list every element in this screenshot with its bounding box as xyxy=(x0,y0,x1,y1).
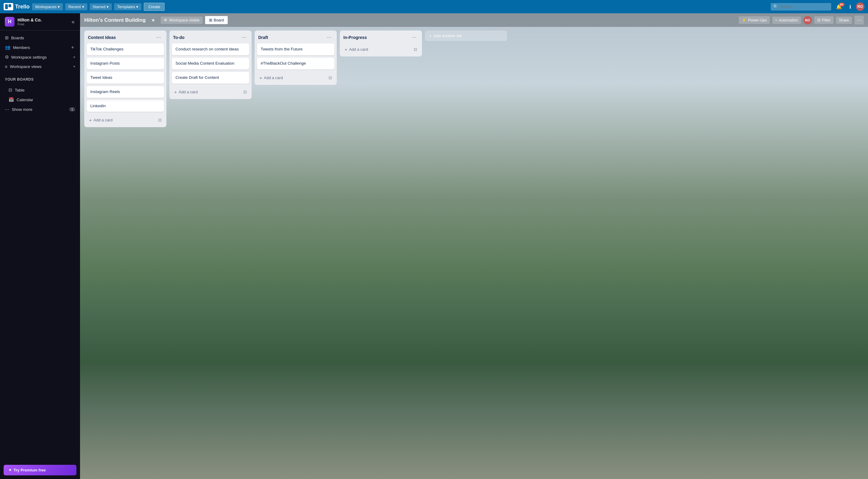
list-menu-button[interactable]: ··· xyxy=(325,34,333,41)
eye-icon: 👁 xyxy=(164,18,167,22)
list-header: To-do ··· xyxy=(169,31,252,43)
list-cards: Tweets from the Future #TheBlackOut Chal… xyxy=(255,43,337,72)
recent-menu[interactable]: Recent ▾ xyxy=(65,3,87,10)
logo-icon xyxy=(4,3,13,10)
list-content-ideas: Content Ideas ··· TikTok Challenges Inst… xyxy=(84,31,166,127)
sidebar-item-workspace-settings[interactable]: ⚙ Workspace settings ▾ xyxy=(0,52,80,62)
user-avatar[interactable]: RO xyxy=(856,2,864,11)
list-footer: + Add a card ⊡ xyxy=(340,43,422,57)
add-card-button[interactable]: + Add a card ⊡ xyxy=(342,45,420,54)
sidebar-item-show-more[interactable]: ⋯ Show more 1 xyxy=(0,104,80,114)
list-title: In-Progress xyxy=(343,35,410,40)
board-content: Content Ideas ··· TikTok Challenges Inst… xyxy=(80,27,868,479)
search-wrapper: 🔍 xyxy=(771,3,831,10)
list-menu-button[interactable]: ··· xyxy=(410,34,418,41)
automation-button[interactable]: ≈ Automation xyxy=(772,17,801,24)
template-icon: ⊡ xyxy=(243,90,247,94)
list-draft: Draft ··· Tweets from the Future #TheBla… xyxy=(255,31,337,85)
create-button[interactable]: Create xyxy=(144,3,164,11)
sidebar-item-workspace-views[interactable]: ≡ Workspace views ▾ xyxy=(0,62,80,71)
card-instagram-posts[interactable]: Instagram Posts xyxy=(87,58,164,69)
list-menu-button[interactable]: ··· xyxy=(155,34,163,41)
board-title: Hilton's Content Building xyxy=(84,17,146,23)
card-social-media-eval[interactable]: Social Media Content Evaluation xyxy=(172,58,249,69)
card-tweets-future[interactable]: Tweets from the Future xyxy=(257,43,334,55)
chevron-right-icon: ▾ xyxy=(73,65,75,69)
calendar-icon: 📅 xyxy=(8,97,14,102)
more-options-button[interactable]: ··· xyxy=(855,16,864,25)
card-create-draft[interactable]: Create Draft for Content xyxy=(172,72,249,84)
list-in-progress: In-Progress ··· + Add a card ⊡ xyxy=(340,31,422,57)
info-button[interactable]: ℹ xyxy=(847,3,854,11)
board-member-avatar[interactable]: RO xyxy=(803,16,812,25)
starred-menu[interactable]: Starred ▾ xyxy=(90,3,112,10)
chevron-down-icon: ▾ xyxy=(58,4,60,9)
board-header: Hilton's Content Building ★ 👁 Workspace … xyxy=(80,13,868,27)
list-to-do: To-do ··· Conduct research on content id… xyxy=(169,31,252,99)
workspace-visible-button[interactable]: 👁 Workspace visible xyxy=(161,17,203,24)
list-footer: + Add a card ⊡ xyxy=(84,114,166,127)
chevron-down-icon: ▾ xyxy=(106,4,109,9)
card-linkedin[interactable]: LinkedIn xyxy=(87,100,164,112)
your-boards-title: Your boards xyxy=(0,74,80,83)
premium-icon: ✦ xyxy=(8,468,12,472)
star-button[interactable]: ★ xyxy=(148,16,158,25)
automation-icon: ≈ xyxy=(775,18,777,22)
members-icon: 👥 xyxy=(5,45,10,50)
list-header: Draft ··· xyxy=(255,31,337,43)
list-header: Content Ideas ··· xyxy=(84,31,166,43)
template-icon: ⊡ xyxy=(414,47,417,52)
card-tweet-ideas[interactable]: Tweet Ideas xyxy=(87,72,164,84)
trello-logo[interactable]: Trello xyxy=(4,3,30,10)
workspace-header: H Hilton & Co. Free « xyxy=(0,13,80,31)
add-card-button[interactable]: + Add a card ⊡ xyxy=(172,87,249,97)
add-member-button[interactable]: + xyxy=(70,45,75,50)
sidebar-nav: ⊞ Boards 👥 Members + ⚙ Workspace setting… xyxy=(0,31,80,74)
app-body: H Hilton & Co. Free « ⊞ Boards 👥 Members… xyxy=(0,13,868,479)
template-icon: ⊡ xyxy=(158,118,162,122)
share-button[interactable]: Share xyxy=(836,17,852,24)
plus-icon: + xyxy=(259,75,262,80)
sidebar-item-table[interactable]: ⊟ Table xyxy=(0,85,80,95)
sidebar-item-boards[interactable]: ⊞ Boards xyxy=(0,33,80,42)
card-tiktok[interactable]: TikTok Challenges xyxy=(87,43,164,55)
board-grid-icon: ⊞ xyxy=(209,18,212,22)
filter-button[interactable]: ⊟ Filter xyxy=(814,16,834,24)
notification-badge: 9+ xyxy=(839,3,844,6)
list-footer: + Add a card ⊡ xyxy=(169,86,252,99)
sidebar-item-members[interactable]: 👥 Members + xyxy=(0,42,80,52)
add-card-button[interactable]: + Add a card ⊡ xyxy=(257,73,334,83)
chevron-down-icon: ▾ xyxy=(82,4,84,9)
board-area: Hilton's Content Building ★ 👁 Workspace … xyxy=(80,13,868,479)
sidebar-item-calendar[interactable]: 📅 Calendar xyxy=(0,95,80,104)
settings-icon: ⚙ xyxy=(5,54,9,60)
list-header: In-Progress ··· xyxy=(340,31,422,43)
views-icon: ≡ xyxy=(5,64,7,69)
board-view-button[interactable]: ⊞ Board xyxy=(205,16,228,24)
card-conduct-research[interactable]: Conduct research on content ideas xyxy=(172,43,249,55)
powerups-icon: ⚡ xyxy=(742,18,747,22)
list-footer: + Add a card ⊡ xyxy=(255,72,337,85)
add-list-button[interactable]: + Add another list xyxy=(425,31,507,41)
top-navigation: Trello Workspaces ▾ Recent ▾ Starred ▾ T… xyxy=(0,0,868,13)
add-card-button[interactable]: + Add a card ⊡ xyxy=(87,115,164,125)
board-views-nav: ⊟ Table 📅 Calendar ⋯ Show more 1 xyxy=(0,83,80,117)
chevron-right-icon: ▾ xyxy=(73,55,75,59)
table-icon: ⊟ xyxy=(8,87,12,93)
card-blackout[interactable]: #TheBlackOut Challenge xyxy=(257,58,334,69)
svg-rect-1 xyxy=(8,4,11,7)
power-ups-button[interactable]: ⚡ Power-Ups xyxy=(739,16,770,24)
card-instagram-reels[interactable]: Instagram Reels xyxy=(87,86,164,98)
sidebar-toggle-button[interactable]: « xyxy=(71,18,75,26)
sidebar: H Hilton & Co. Free « ⊞ Boards 👥 Members… xyxy=(0,13,80,479)
workspaces-menu[interactable]: Workspaces ▾ xyxy=(32,3,63,10)
list-cards: Conduct research on content ideas Social… xyxy=(169,43,252,86)
list-menu-button[interactable]: ··· xyxy=(240,34,248,41)
info-icon: ℹ xyxy=(849,4,851,9)
notifications-button[interactable]: 🔔 9+ xyxy=(834,3,844,11)
workspace-info: Hilton & Co. Free xyxy=(18,18,68,26)
templates-menu[interactable]: Templates ▾ xyxy=(114,3,141,10)
search-input[interactable] xyxy=(771,3,831,10)
expand-icon: ⋯ xyxy=(5,106,9,112)
try-premium-button[interactable]: ✦ Try Premium free xyxy=(4,465,76,475)
